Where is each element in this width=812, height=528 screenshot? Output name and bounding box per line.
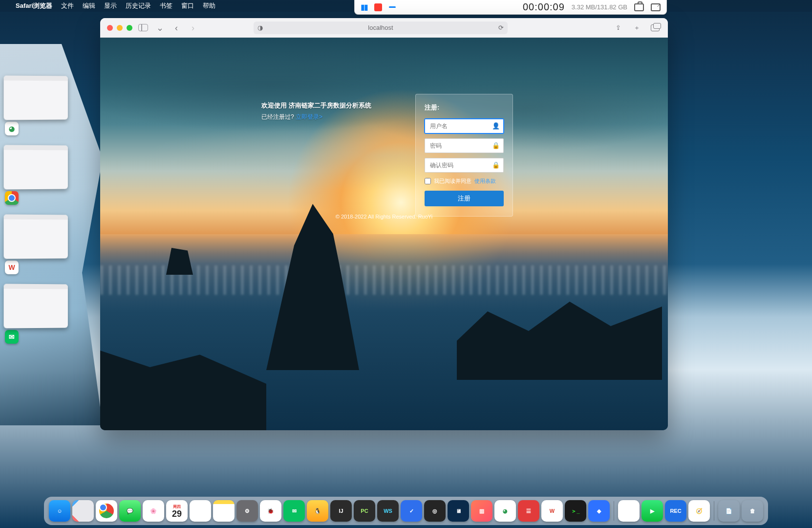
dock-navicat-icon[interactable]: ◕: [494, 500, 516, 522]
register-card-title: 注册:: [425, 103, 504, 112]
copyright-text: © 2018-2022 All Rights Reserved. RuoYi: [100, 214, 668, 220]
dock-finder-icon[interactable]: ☺: [49, 500, 70, 522]
lock-icon: 🔒: [492, 161, 500, 169]
wps-icon[interactable]: W: [5, 261, 19, 274]
recorder-elapsed-time: 00:00:09: [523, 1, 565, 13]
recorder-minimize-button[interactable]: [389, 6, 396, 8]
recorder-pause-button[interactable]: ▮▮: [361, 2, 367, 12]
recorder-expand-button[interactable]: [651, 3, 661, 11]
agree-text: 我已阅读并同意: [434, 177, 471, 185]
register-card: 注册: 👤 🔒 🔒 我已阅读并同意 使用条款 注册: [415, 94, 513, 217]
window-thumb-notes[interactable]: [4, 145, 68, 189]
dock-facetime-icon[interactable]: ▶: [641, 500, 663, 522]
recorder-file-size: 3.32 MB/131.82 GB: [572, 3, 627, 11]
window-minimize-button[interactable]: [117, 25, 123, 31]
window-zoom-button[interactable]: [127, 25, 132, 31]
window-close-button[interactable]: [107, 25, 113, 31]
dock-mail-icon[interactable]: ✉︎: [618, 500, 640, 522]
menu-history[interactable]: 历史记录: [126, 1, 151, 10]
window-thumb-editor[interactable]: [4, 214, 68, 259]
dock-settings-icon[interactable]: ⚙: [236, 500, 258, 522]
dock-qq-icon[interactable]: 🐧: [307, 500, 328, 522]
menu-help[interactable]: 帮助: [203, 1, 215, 10]
dock-wechat-icon[interactable]: ✉: [283, 500, 305, 522]
dock-remote-icon[interactable]: ▥: [471, 500, 492, 522]
safari-toolbar: ⌄ ‹ › ◑ localhost ⟳ ⇪ ＋: [100, 18, 668, 38]
dock-app-icon[interactable]: 🐞: [260, 500, 281, 522]
wechat-icon[interactable]: ✉: [5, 330, 19, 344]
address-bar-text: localhost: [368, 24, 393, 31]
dock-webstorm-icon[interactable]: WS: [377, 500, 399, 522]
tabgroup-dropdown[interactable]: ⌄: [154, 22, 166, 33]
terms-checkbox[interactable]: [425, 178, 431, 184]
dock-todesk-icon[interactable]: ✓: [401, 500, 422, 522]
dock-safari-icon[interactable]: 🧭: [688, 500, 710, 522]
nav-forward-button[interactable]: ›: [187, 22, 199, 33]
dock-messages-icon[interactable]: 💬: [119, 500, 141, 522]
tab-overview-button[interactable]: [649, 22, 661, 33]
menu-bookmarks[interactable]: 书签: [160, 1, 172, 10]
address-bar[interactable]: ◑ localhost ⟳: [254, 22, 508, 34]
web-page-content: 欢迎使用 济南链家二手房数据分析系统 已经注册过? 立即登录> 注册: 👤 🔒 …: [100, 38, 668, 430]
terms-link[interactable]: 使用条款: [474, 177, 496, 185]
dock-notes-icon[interactable]: [213, 500, 235, 522]
register-button[interactable]: 注册: [425, 191, 504, 206]
dock-recorder-icon[interactable]: REC: [665, 500, 686, 522]
window-thumb-finder[interactable]: [4, 75, 68, 120]
sidebar-toggle-button[interactable]: [137, 22, 149, 33]
menu-file[interactable]: 文件: [61, 1, 74, 10]
dock-monitor-icon[interactable]: 🖥: [448, 500, 469, 522]
chrome-icon[interactable]: [5, 191, 19, 205]
dock-blue-app-icon[interactable]: ◆: [588, 500, 610, 522]
dock-separator: [614, 501, 614, 521]
menu-view[interactable]: 显示: [104, 1, 117, 10]
mission-control-thumbnails: ◕ W ✉: [4, 76, 72, 344]
screen-recorder-bar: ▮▮ 00:00:09 3.32 MB/131.82 GB: [354, 0, 667, 15]
nav-back-button[interactable]: ‹: [171, 22, 182, 33]
new-tab-button[interactable]: ＋: [631, 22, 642, 33]
macos-dock: ☺ 💬 🌸 周四29 ≣ ⚙ 🐞 ✉ 🐧 IJ PC WS ✓ ◎ 🖥 ▥ ◕ …: [44, 497, 768, 525]
dock-obs-icon[interactable]: ◎: [424, 500, 446, 522]
safari-window: ⌄ ‹ › ◑ localhost ⟳ ⇪ ＋ 欢迎使用 济南链家二手房数据分析…: [100, 18, 668, 430]
dock-red-app-icon[interactable]: ☰: [518, 500, 539, 522]
lock-icon: 🔒: [492, 142, 500, 149]
menu-window[interactable]: 窗口: [181, 1, 194, 10]
recorder-stop-button[interactable]: [374, 3, 382, 11]
user-icon: 👤: [492, 122, 500, 130]
dock-launchpad-icon[interactable]: [72, 500, 94, 522]
menubar-app-name[interactable]: Safari浏览器: [16, 1, 52, 10]
dock-terminal-icon[interactable]: ＞_: [565, 500, 586, 522]
login-link[interactable]: 立即登录>: [296, 113, 322, 120]
menu-edit[interactable]: 编辑: [83, 1, 95, 10]
dock-calendar-icon[interactable]: 周四29: [166, 500, 188, 522]
dock-wps-icon[interactable]: W: [541, 500, 563, 522]
dock-trash-icon[interactable]: 🗑: [742, 500, 763, 522]
welcome-block: 欢迎使用 济南链家二手房数据分析系统 已经注册过? 立即登录>: [261, 101, 371, 121]
share-button[interactable]: ⇪: [612, 22, 624, 33]
recorder-screenshot-button[interactable]: [634, 3, 644, 11]
dock-intellij-icon[interactable]: IJ: [330, 500, 352, 522]
window-thumb-chat[interactable]: [4, 284, 68, 328]
dock-pycharm-icon[interactable]: PC: [354, 500, 375, 522]
dock-chrome-icon[interactable]: [96, 500, 117, 522]
dock-photos-icon[interactable]: 🌸: [143, 500, 164, 522]
dock-reminders-icon[interactable]: ≣: [190, 500, 211, 522]
navicat-icon[interactable]: ◕: [5, 122, 19, 135]
privacy-shield-icon[interactable]: ◑: [257, 24, 263, 31]
reload-button[interactable]: ⟳: [498, 24, 504, 31]
registered-prefix: 已经注册过?: [261, 113, 294, 120]
dock-separator: [714, 501, 714, 521]
dock-downloads-icon[interactable]: 📄: [718, 500, 740, 522]
welcome-title: 欢迎使用 济南链家二手房数据分析系统: [261, 101, 371, 110]
